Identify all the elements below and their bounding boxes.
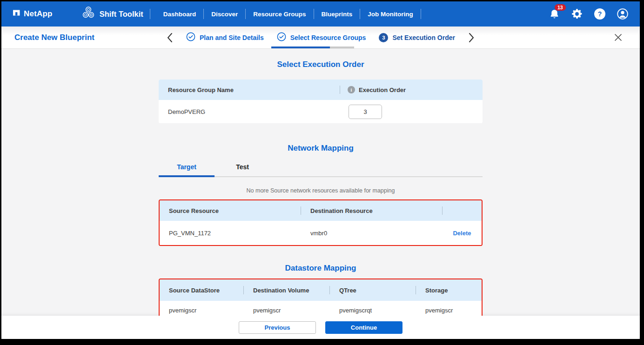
table-row: PG_VMN_1172 vmbr0 Delete xyxy=(160,221,482,245)
nav-divider xyxy=(150,9,150,19)
column-destination-volume: Destination Volume xyxy=(244,287,329,294)
step-progress-bar-active xyxy=(271,46,330,48)
nav-divider xyxy=(360,9,360,19)
step-set-execution-order[interactable]: 3 Set Execution Order xyxy=(379,33,455,42)
source-datastore-value: pvemigscr xyxy=(160,307,244,314)
table-row: DemoPVERG xyxy=(159,100,483,123)
source-resource-value: PG_VMN_1172 xyxy=(160,230,301,237)
stepper-back-chevron-icon[interactable] xyxy=(167,33,173,43)
step-number-icon: 3 xyxy=(379,33,388,42)
delete-button[interactable]: Delete xyxy=(453,230,471,237)
nav-divider xyxy=(314,9,314,19)
network-mapping-table: Source Resource Destination Resource PG_… xyxy=(159,199,483,246)
step-check-icon xyxy=(277,32,286,43)
top-nav: NetApp Shift Toolkit Dashboard Discover xyxy=(1,1,640,27)
destination-volume-value: pvemigscr xyxy=(244,307,330,314)
nav-item-blueprints[interactable]: Blueprints xyxy=(321,9,354,20)
execution-order-input[interactable] xyxy=(349,105,382,119)
previous-button[interactable]: Previous xyxy=(239,321,316,334)
nav-item-discover[interactable]: Discover xyxy=(210,9,239,20)
shift-toolkit-logo[interactable]: Shift Toolkit xyxy=(81,6,143,22)
resource-group-name-value: DemoPVERG xyxy=(159,108,205,115)
column-divider xyxy=(442,206,443,215)
netapp-logo-icon xyxy=(13,9,20,19)
shift-toolkit-icon xyxy=(81,6,95,22)
netapp-logo[interactable]: NetApp xyxy=(13,9,53,19)
info-icon[interactable]: i xyxy=(348,86,355,93)
main-nav: Dashboard Discover Resource Groups Bluep… xyxy=(162,9,428,20)
storage-value: pvemigscr xyxy=(416,307,453,314)
page-title: Create New Blueprint xyxy=(14,33,94,42)
tab-test[interactable]: Test xyxy=(215,159,270,176)
nav-divider xyxy=(203,9,204,19)
notifications-bell-icon[interactable]: 13 xyxy=(549,8,560,20)
wizard-header: Create New Blueprint Plan and Site Detai… xyxy=(1,27,640,49)
app-window: NetApp Shift Toolkit Dashboard Discover xyxy=(1,1,640,339)
screenshot-frame: NetApp Shift Toolkit Dashboard Discover xyxy=(0,0,644,345)
wizard-content: Select Execution Order Resource Group Na… xyxy=(1,49,640,316)
column-qtree: QTree xyxy=(330,287,416,294)
step-plan-and-site-details[interactable]: Plan and Site Details xyxy=(186,32,264,43)
column-execution-order: Execution Order xyxy=(359,86,406,93)
step-label: Select Resource Groups xyxy=(290,34,366,41)
nav-item-resource-groups[interactable]: Resource Groups xyxy=(252,9,307,20)
datastore-mapping-table-header: Source DataStore Destination Volume QTre… xyxy=(160,279,482,301)
network-mapping-title: Network Mapping xyxy=(1,144,640,153)
tab-target[interactable]: Target xyxy=(159,159,215,176)
network-mapping-tabs: Target Test xyxy=(159,159,483,176)
nav-item-dashboard[interactable]: Dashboard xyxy=(162,9,197,20)
wizard-footer: Previous Continue xyxy=(1,316,640,339)
column-source-resource: Source Resource xyxy=(160,207,301,214)
table-row: pvemigscr pvemigscr pvemigscrqt pvemigsc… xyxy=(160,301,482,316)
continue-button[interactable]: Continue xyxy=(325,321,402,334)
datastore-mapping-title: Datastore Mapping xyxy=(1,264,640,273)
nav-divider xyxy=(421,9,421,19)
network-mapping-table-header: Source Resource Destination Resource xyxy=(160,200,482,221)
step-check-icon xyxy=(186,32,195,43)
nav-divider xyxy=(245,9,246,19)
execution-order-title: Select Execution Order xyxy=(1,60,640,69)
active-tab-indicator xyxy=(159,175,215,177)
step-select-resource-groups[interactable]: Select Resource Groups xyxy=(277,32,366,43)
wizard-stepper: Plan and Site Details Select Resource Gr… xyxy=(167,32,475,43)
user-avatar-icon[interactable] xyxy=(617,8,629,20)
tab-underline xyxy=(159,176,483,177)
qtree-value: pvemigscrqt xyxy=(330,307,416,314)
destination-resource-value: vmbr0 xyxy=(301,230,443,237)
close-icon[interactable] xyxy=(614,33,622,41)
step-label: Set Execution Order xyxy=(392,34,455,41)
step-progress-bar-remaining xyxy=(330,46,354,48)
no-more-resources-message: No more Source network resources availab… xyxy=(1,187,640,194)
help-icon[interactable]: ? xyxy=(594,8,605,20)
product-name: Shift Toolkit xyxy=(100,10,143,19)
nav-actions: 13 ? xyxy=(549,8,629,20)
column-destination-resource: Destination Resource xyxy=(301,207,442,214)
brand-name: NetApp xyxy=(24,9,53,19)
column-divider xyxy=(340,86,340,94)
column-storage: Storage xyxy=(416,287,448,294)
stepper-forward-chevron-icon[interactable] xyxy=(468,33,475,43)
execution-order-table: Resource Group Name i Execution Order De… xyxy=(159,80,483,123)
execution-order-table-header: Resource Group Name i Execution Order xyxy=(159,80,483,100)
step-label: Plan and Site Details xyxy=(200,34,264,41)
datastore-mapping-table: Source DataStore Destination Volume QTre… xyxy=(159,279,483,316)
notification-count-badge: 13 xyxy=(555,4,566,11)
column-source-datastore: Source DataStore xyxy=(160,287,243,294)
nav-item-job-monitoring[interactable]: Job Monitoring xyxy=(367,9,414,20)
column-resource-group-name: Resource Group Name xyxy=(159,86,340,93)
settings-gear-icon[interactable] xyxy=(571,8,583,20)
